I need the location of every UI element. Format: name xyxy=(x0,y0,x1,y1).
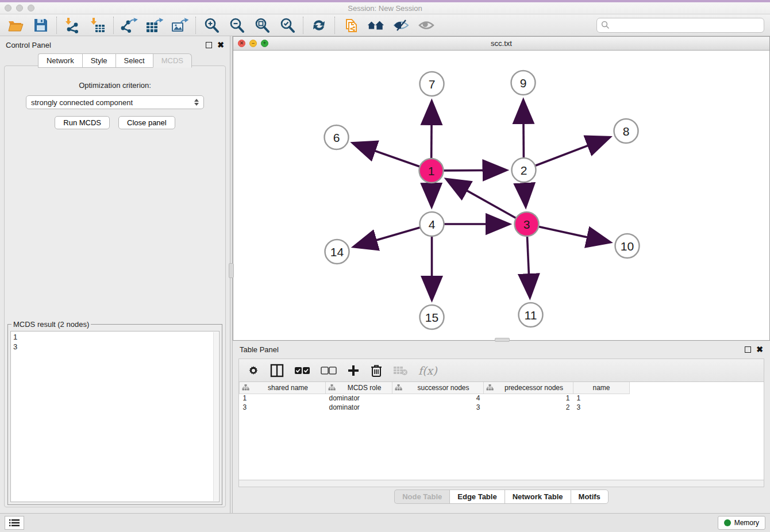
cell-predecessor-nodes[interactable]: 2 xyxy=(484,403,573,412)
open-session-icon[interactable] xyxy=(7,17,24,34)
deselect-columns-icon[interactable] xyxy=(321,366,337,375)
control-panel-close-icon[interactable]: ✖ xyxy=(217,41,224,49)
edge-1-7[interactable] xyxy=(432,103,432,160)
zoom-out-icon[interactable] xyxy=(228,17,245,34)
table-row[interactable]: 3dominator323 xyxy=(240,403,764,412)
tab-network[interactable]: Network xyxy=(38,53,82,68)
node-7[interactable]: 7 xyxy=(420,72,444,96)
edge-3-1[interactable] xyxy=(448,180,517,219)
task-history-button[interactable] xyxy=(5,516,24,530)
cell-MCDS-role[interactable]: dominator xyxy=(326,403,392,412)
node-9[interactable]: 9 xyxy=(511,71,536,95)
node-2[interactable]: 2 xyxy=(512,158,536,182)
edge-3-10[interactable] xyxy=(537,226,609,242)
control-panel-float-icon[interactable] xyxy=(206,42,212,48)
hide-details-eye-icon[interactable] xyxy=(392,17,410,34)
column-layout-icon[interactable] xyxy=(270,364,284,377)
cell-MCDS-role[interactable]: dominator xyxy=(326,394,392,403)
table-horizontal-scrollbar[interactable] xyxy=(238,480,764,487)
node-10[interactable]: 10 xyxy=(615,234,640,258)
zoom-selected-icon[interactable] xyxy=(279,17,296,34)
import-table-icon[interactable] xyxy=(89,17,106,34)
network-minimize-icon[interactable]: – xyxy=(249,40,257,47)
tab-style[interactable]: Style xyxy=(82,53,116,68)
edge-2-3[interactable] xyxy=(525,181,526,205)
edge-3-11[interactable] xyxy=(527,235,530,296)
column-header-MCDS-role[interactable]: MCDS role xyxy=(326,382,392,394)
tab-motifs[interactable]: Motifs xyxy=(571,489,609,504)
show-eye-icon[interactable] xyxy=(418,17,435,34)
home-views-icon[interactable] xyxy=(367,17,384,34)
mcds-result-text[interactable]: 1 3 xyxy=(10,331,220,502)
select-all-columns-icon[interactable] xyxy=(294,366,310,375)
column-header-shared-name[interactable]: shared name xyxy=(240,382,326,394)
run-mcds-button[interactable]: Run MCDS xyxy=(55,116,110,129)
node-1[interactable]: 1 xyxy=(419,159,444,183)
search-field[interactable] xyxy=(596,18,764,33)
node-11[interactable]: 11 xyxy=(519,303,543,327)
dropdown-stepper-icon xyxy=(194,99,199,106)
node-8[interactable]: 8 xyxy=(614,119,638,143)
save-session-icon[interactable] xyxy=(32,17,49,34)
panel-splitter-grip[interactable] xyxy=(229,263,234,278)
column-label: shared name xyxy=(253,384,323,392)
column-header-successor-nodes[interactable]: successor nodes xyxy=(392,382,484,394)
zoom-fit-icon[interactable] xyxy=(253,17,271,34)
close-panel-button[interactable]: Close panel xyxy=(118,116,175,129)
add-column-icon[interactable] xyxy=(347,364,360,377)
edge-4-14[interactable] xyxy=(355,227,421,246)
edge-1-2[interactable] xyxy=(442,170,505,171)
tab-edge-table[interactable]: Edge Table xyxy=(449,489,504,504)
table-row[interactable]: 1dominator411 xyxy=(240,394,764,403)
node-14[interactable]: 14 xyxy=(325,240,349,264)
cell-shared-name[interactable]: 3 xyxy=(240,403,326,412)
tab-network-table[interactable]: Network Table xyxy=(505,489,571,504)
cell-successor-nodes[interactable]: 3 xyxy=(392,403,484,412)
cell-name[interactable]: 3 xyxy=(573,403,630,412)
table-tabs: Node TableEdge TableNetwork TableMotifs xyxy=(233,489,770,504)
edge-2-8[interactable] xyxy=(534,138,608,166)
memory-button[interactable]: Memory xyxy=(718,516,765,530)
node-3[interactable]: 3 xyxy=(515,212,539,236)
window-traffic-lights[interactable] xyxy=(5,5,34,11)
zoom-in-icon[interactable] xyxy=(203,17,220,34)
export-image-icon[interactable] xyxy=(171,17,188,34)
duplicate-network-icon[interactable] xyxy=(342,17,359,34)
column-header-name[interactable]: name xyxy=(573,382,630,394)
node-6[interactable]: 6 xyxy=(325,125,349,149)
delete-column-icon[interactable] xyxy=(370,364,383,377)
refresh-view-icon[interactable] xyxy=(310,17,328,34)
svg-text:6: 6 xyxy=(333,131,340,144)
export-table-icon[interactable] xyxy=(146,17,163,34)
cell-name[interactable]: 1 xyxy=(573,394,630,403)
close-window-button[interactable] xyxy=(5,5,11,11)
zoom-window-button[interactable] xyxy=(28,5,34,11)
edge-2-9[interactable] xyxy=(523,102,524,159)
cell-shared-name[interactable]: 1 xyxy=(240,394,326,403)
node-4[interactable]: 4 xyxy=(420,212,444,236)
tab-node-table[interactable]: Node Table xyxy=(394,489,449,504)
edge-1-6[interactable] xyxy=(355,144,421,167)
tab-mcds[interactable]: MCDS xyxy=(153,53,192,68)
network-splitter-grip[interactable] xyxy=(495,338,510,342)
network-canvas[interactable]: 1234678910111415 xyxy=(233,51,769,340)
cell-predecessor-nodes[interactable]: 1 xyxy=(484,394,573,403)
column-header-predecessor-nodes[interactable]: predecessor nodes xyxy=(484,382,573,394)
table-panel-float-icon[interactable] xyxy=(745,346,751,353)
export-network-icon[interactable] xyxy=(121,17,138,34)
node-15[interactable]: 15 xyxy=(420,305,444,329)
result-scrollbar[interactable] xyxy=(213,332,218,501)
import-network-icon[interactable] xyxy=(64,17,81,34)
network-close-icon[interactable]: ✕ xyxy=(238,40,245,47)
search-icon xyxy=(601,21,610,29)
mcds-panel: Optimization criterion: strongly connect… xyxy=(4,65,226,507)
table-panel-close-icon[interactable]: ✖ xyxy=(756,345,763,353)
network-graph[interactable]: 1234678910111415 xyxy=(233,51,769,340)
search-input[interactable] xyxy=(613,21,760,29)
network-maximize-icon[interactable]: + xyxy=(261,40,268,47)
cell-successor-nodes[interactable]: 4 xyxy=(392,394,484,403)
minimize-window-button[interactable] xyxy=(16,5,23,11)
tab-select[interactable]: Select xyxy=(116,53,153,68)
settings-gear-icon[interactable] xyxy=(247,364,260,377)
criterion-dropdown[interactable]: strongly connected component xyxy=(26,95,204,109)
